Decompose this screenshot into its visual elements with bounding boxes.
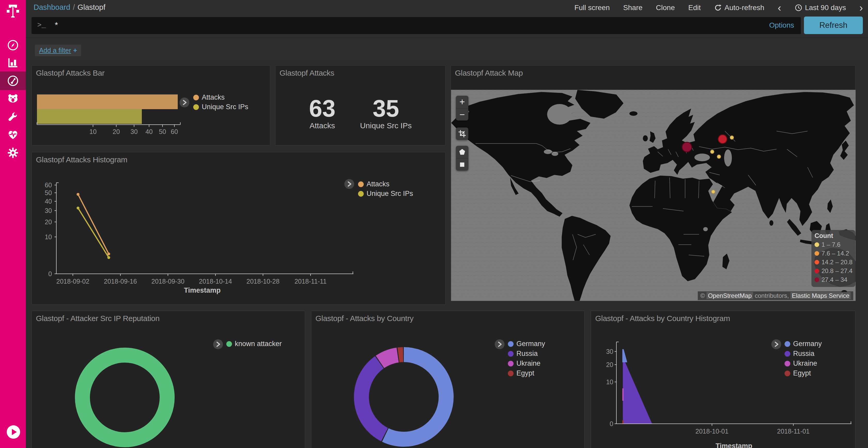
square-icon — [458, 161, 466, 169]
attack-dot-moscow[interactable] — [718, 135, 727, 143]
legend-dot — [358, 191, 364, 197]
legend-item-known-attacker[interactable]: known attacker — [226, 340, 282, 348]
sidebar-item-visualize[interactable] — [0, 54, 26, 72]
map-legend: Count 1 – 7.6 7.6 – 14.2 14.2 – 20.8 20.… — [811, 230, 855, 287]
area-germany[interactable] — [622, 349, 627, 362]
data-point[interactable] — [77, 207, 80, 210]
attack-dot-egypt[interactable] — [711, 190, 715, 194]
legend-item-attacks[interactable]: Attacks — [193, 94, 225, 101]
legend-item-attacks[interactable]: Attacks — [358, 180, 390, 188]
attack-dot-ukraine-central[interactable] — [717, 155, 721, 159]
time-forward-button[interactable]: › — [860, 4, 863, 11]
legend-item-russia[interactable]: Russia — [508, 350, 538, 358]
query-bar: >_ * Options Refresh — [26, 15, 868, 37]
gauge-icon — [7, 75, 19, 87]
legend-item-unique-src-ips[interactable]: Unique Src IPs — [358, 190, 413, 198]
telekom-logo[interactable] — [5, 2, 21, 19]
edit-button[interactable]: Edit — [688, 4, 701, 12]
legend-item-egypt[interactable]: Egypt — [784, 369, 811, 377]
attack-dot-russia-east[interactable] — [730, 136, 734, 139]
x-tick: 2018-10-01 — [686, 427, 738, 435]
full-screen-button[interactable]: Full screen — [574, 4, 610, 12]
clone-button[interactable]: Clone — [656, 4, 675, 12]
osm-link[interactable]: OpenStreetMap — [707, 292, 753, 299]
legend-item-ukraine[interactable]: Ukraine — [784, 359, 817, 368]
breadcrumb-page: Glastopf — [78, 3, 105, 11]
legend-toggle-button[interactable] — [495, 339, 504, 349]
map-attribution: © OpenStreetMap contributors, Elastic Ma… — [698, 291, 853, 300]
data-point[interactable] — [107, 253, 110, 255]
panel-title: Glastopf Attack Map — [455, 69, 523, 77]
metric-label: Attacks — [309, 121, 335, 130]
x-tick: 2018-11-11 — [285, 278, 336, 285]
legend-dot — [358, 181, 364, 187]
legend-item-germany[interactable]: Germany — [784, 340, 822, 348]
polygon-icon — [458, 148, 466, 156]
bucket-dot — [814, 242, 819, 247]
attack-dot-ukraine-north[interactable] — [710, 150, 714, 153]
data-point[interactable] — [107, 256, 110, 259]
search-input[interactable]: >_ * Options — [32, 17, 801, 34]
chevron-right-icon — [771, 339, 781, 349]
sidebar-item-devtools[interactable] — [0, 108, 26, 126]
draw-rectangle-button[interactable] — [456, 158, 468, 171]
area-ukraine[interactable] — [622, 388, 624, 401]
sidebar-item-discover[interactable] — [0, 36, 26, 55]
legend-item-unique-src-ips[interactable]: Unique Src IPs — [193, 103, 248, 111]
sidebar-item-management[interactable] — [0, 143, 26, 162]
legend-item-russia[interactable]: Russia — [784, 350, 814, 358]
attacks-line[interactable] — [78, 194, 109, 254]
unique-src-ips-line[interactable] — [78, 208, 109, 257]
panel-attacks-bar: Glastopf Attacks Bar 10 20 30 40 50 60 A… — [32, 65, 270, 145]
add-filter-button[interactable]: Add a filter+ — [35, 45, 81, 56]
query-options-link[interactable]: Options — [769, 21, 795, 29]
world-map-svg — [451, 90, 856, 301]
time-back-button[interactable]: ‹ — [778, 4, 781, 11]
legend-dot — [508, 361, 514, 367]
legend-toggle-button[interactable] — [180, 98, 189, 107]
legend-toggle-button[interactable] — [344, 179, 354, 189]
attacks-bar[interactable] — [37, 95, 178, 109]
ems-link[interactable]: Elastic Maps Service — [790, 292, 851, 299]
zoom-in-button[interactable]: + — [456, 96, 468, 108]
data-point[interactable] — [77, 193, 80, 196]
legend-dot — [784, 371, 790, 376]
bucket-dot — [814, 277, 819, 282]
sidebar-expand-button[interactable] — [7, 425, 20, 439]
y-tick: 60 — [36, 181, 52, 189]
y-tick: 20 — [36, 218, 52, 226]
bucket-dot — [814, 251, 819, 256]
legend-item-egypt[interactable]: Egypt — [508, 369, 534, 377]
bucket-dot — [814, 260, 819, 265]
telekom-t-icon — [5, 2, 21, 19]
y-tick: 20 — [598, 361, 613, 369]
auto-refresh-button[interactable]: Auto-refresh — [714, 4, 764, 12]
legend-item-germany[interactable]: Germany — [508, 340, 545, 348]
slice-known-attacker[interactable] — [83, 355, 167, 440]
bucket-dot — [814, 269, 819, 273]
x-axis-title: Timestamp — [695, 442, 773, 448]
y-tick: 10 — [36, 233, 52, 241]
draw-polygon-button[interactable] — [456, 146, 468, 158]
plus-icon: + — [73, 46, 77, 54]
sidebar-item-monitoring[interactable] — [0, 126, 26, 144]
legend-item-ukraine[interactable]: Ukraine — [508, 359, 540, 368]
bar-chart-icon — [7, 57, 19, 69]
legend-toggle-button[interactable] — [213, 339, 223, 349]
area-russia[interactable] — [623, 362, 652, 424]
legend-toggle-button[interactable] — [771, 339, 781, 349]
world-map[interactable] — [451, 90, 856, 301]
legend-dot — [508, 351, 514, 357]
sidebar-item-dashboard[interactable] — [0, 71, 26, 90]
sidebar-item-tpot-bear[interactable] — [0, 90, 26, 108]
metric-value: 35 — [360, 97, 412, 120]
share-button[interactable]: Share — [623, 4, 643, 12]
fit-data-bounds-button[interactable] — [456, 128, 468, 140]
attack-dot-germany-poland[interactable] — [682, 142, 692, 152]
breadcrumb-dashboard-link[interactable]: Dashboard — [34, 3, 70, 11]
area-egypt[interactable] — [622, 420, 624, 424]
time-range-picker[interactable]: Last 90 days — [795, 4, 846, 12]
refresh-button[interactable]: Refresh — [804, 16, 863, 34]
zoom-out-button[interactable]: − — [456, 108, 468, 120]
unique-src-ips-bar[interactable] — [37, 109, 142, 124]
